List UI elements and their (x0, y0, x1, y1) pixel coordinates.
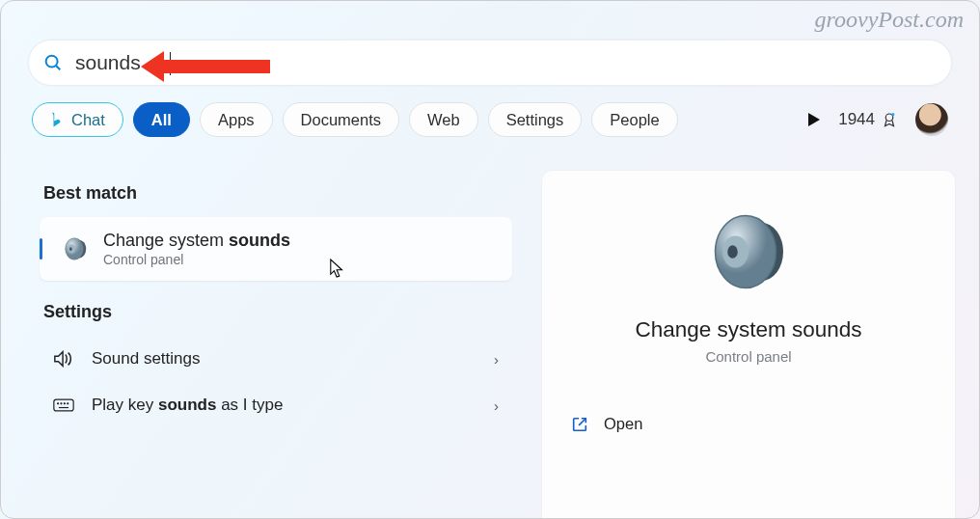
mouse-cursor (329, 258, 346, 279)
open-action-label[interactable]: Open (604, 415, 642, 433)
svg-point-12 (68, 403, 68, 404)
svg-point-11 (64, 403, 65, 404)
open-external-icon[interactable] (571, 416, 588, 433)
svg-point-7 (69, 247, 72, 251)
chat-pill[interactable]: Chat (32, 102, 123, 137)
results-column: Best match Change system sounds Control … (40, 170, 512, 428)
svg-point-9 (58, 403, 59, 404)
filter-all[interactable]: All (133, 102, 190, 137)
more-filters-icon[interactable] (807, 113, 821, 126)
filter-documents[interactable]: Documents (283, 102, 399, 137)
search-input[interactable] (75, 51, 945, 74)
filter-settings[interactable]: Settings (488, 102, 583, 137)
filter-people-label: People (610, 111, 659, 129)
filter-all-label: All (151, 111, 172, 129)
user-avatar[interactable] (915, 103, 948, 136)
search-bar[interactable] (28, 40, 952, 86)
chevron-right-icon: › (494, 351, 499, 368)
detail-pane: Change system sounds Control panel Open (541, 170, 956, 518)
filter-web[interactable]: Web (409, 102, 478, 137)
rewards-medal-icon (881, 111, 898, 128)
svg-point-17 (727, 245, 738, 259)
filter-apps[interactable]: Apps (200, 102, 273, 137)
result-subtitle: Control panel (103, 252, 290, 267)
detail-title: Change system sounds (571, 317, 926, 342)
setting-play-key-sounds[interactable]: Play key sounds as I type › (40, 382, 512, 428)
chevron-right-icon: › (494, 397, 499, 414)
filter-settings-label: Settings (506, 111, 564, 129)
svg-point-0 (46, 56, 58, 68)
bing-chat-icon (46, 111, 64, 128)
filter-row: Chat All Apps Documents Web Settings Peo… (32, 102, 948, 137)
svg-line-1 (56, 66, 60, 69)
detail-subtitle: Control panel (571, 348, 926, 365)
setting-sound-settings[interactable]: Sound settings › (40, 336, 512, 382)
filter-web-label: Web (427, 111, 460, 129)
points-value: 1944 (838, 110, 875, 129)
svg-point-3 (891, 113, 894, 116)
rewards-points[interactable]: 1944 (838, 110, 898, 129)
search-icon (42, 52, 64, 73)
filter-documents-label: Documents (301, 111, 381, 129)
chat-label: Chat (71, 111, 105, 129)
setting-label: Sound settings (92, 349, 200, 369)
best-match-result[interactable]: Change system sounds Control panel (40, 217, 512, 281)
setting-label: Play key sounds as I type (92, 396, 283, 415)
settings-heading: Settings (43, 302, 508, 322)
volume-icon (53, 350, 74, 368)
text-caret (170, 52, 171, 75)
keyboard-icon (53, 396, 74, 414)
svg-point-10 (61, 403, 62, 404)
result-title: Change system sounds (103, 231, 290, 251)
speaker-icon (61, 234, 90, 263)
svg-rect-8 (54, 399, 73, 411)
best-match-heading: Best match (43, 183, 508, 204)
filter-people[interactable]: People (591, 102, 677, 137)
speaker-icon-large (702, 205, 795, 298)
watermark: groovyPost.com (815, 7, 964, 33)
filter-apps-label: Apps (218, 111, 255, 129)
